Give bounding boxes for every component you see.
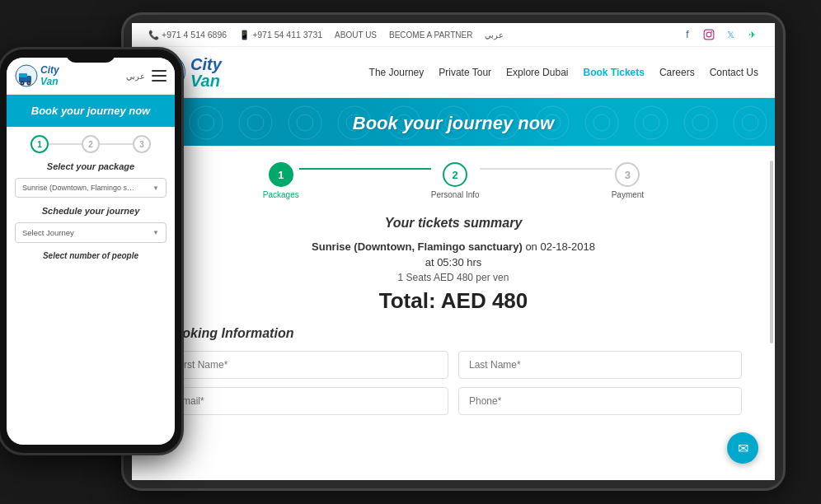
hero-banner: Book your journey now	[132, 98, 775, 146]
phone1-item: 📞 +971 4 514 6896	[148, 30, 227, 40]
mobile-arabic-link[interactable]: عربي	[126, 72, 145, 81]
mobile-logo-text: City Van	[40, 64, 59, 87]
mobile-hero: Book your journey now	[7, 95, 175, 127]
mobile-progress-steps: 1 2 3	[15, 135, 167, 153]
top-bar-contacts: 📞 +971 4 514 6896 📱 +971 54 411 3731 ABO…	[148, 30, 504, 40]
mobile-package-dropdown[interactable]: Sunrise (Downtown, Flamingo sanctuary) ▼	[15, 178, 167, 198]
mobile-nav-right: عربي	[126, 70, 167, 82]
mobile-step-3: 3	[133, 135, 151, 153]
hamburger-line-2	[152, 75, 167, 77]
svg-point-16	[28, 82, 30, 84]
mobile-card: 1 2 3 Select your package Sunrise (Downt…	[7, 127, 175, 268]
name-row	[165, 351, 742, 379]
progress-steps: 1 Packages 2 Personal Info 3 Payment	[165, 162, 742, 199]
email-input[interactable]	[165, 387, 448, 415]
mobile-screen: City Van عربي Book your journey now	[7, 58, 175, 445]
nav-the-journey[interactable]: The Journey	[369, 67, 425, 78]
mobile-package-selected: Sunrise (Downtown, Flamingo sanctuary)	[22, 184, 138, 192]
instagram-icon[interactable]	[702, 28, 715, 41]
tickets-summary-section: Your tickets summary Sunrise (Downtown, …	[165, 216, 742, 314]
package-dropdown-arrow: ▼	[152, 184, 159, 192]
phone-icon: 📞	[148, 30, 159, 40]
step-1-container: 1 Packages	[263, 162, 299, 199]
chat-bubble[interactable]: ✉	[727, 432, 758, 464]
step-2-container: 2 Personal Info	[431, 162, 480, 199]
booking-info-title: Booking Information	[165, 326, 742, 341]
main-content: 1 Packages 2 Personal Info 3 Payment	[132, 146, 775, 440]
phone2-item: 📱 +971 54 411 3731	[239, 30, 322, 40]
step-3-number: 3	[625, 169, 631, 181]
hamburger-line-1	[152, 70, 167, 72]
mobile-step-line-2	[100, 143, 133, 145]
tripadvisor-icon[interactable]: ✈	[745, 28, 758, 41]
phone-input[interactable]	[458, 387, 742, 415]
hamburger-line-3	[152, 80, 167, 82]
journey-date: on 02-18-2018	[525, 240, 595, 253]
nav-contact-us[interactable]: Contact Us	[710, 67, 758, 78]
mobile-step-1-number: 1	[37, 140, 42, 149]
partner-link[interactable]: BECOME A PARTNER	[389, 30, 472, 40]
mobile-step-2-number: 2	[88, 140, 93, 149]
step-1-label: Packages	[263, 190, 299, 199]
mobile-hero-title: Book your journey now	[15, 105, 167, 117]
step-3-container: 3 Payment	[612, 162, 644, 199]
step-connector-1-2	[299, 168, 431, 170]
mobile-people-title: Select number of people	[15, 251, 167, 260]
step-connector-2-3	[480, 168, 612, 170]
logo-text: City Van	[190, 56, 222, 89]
step-2-label: Personal Info	[431, 190, 480, 199]
mobile-logo-van: Van	[40, 76, 59, 87]
tablet-screen: 📞 +971 4 514 6896 📱 +971 54 411 3731 ABO…	[132, 23, 775, 480]
mobile-step-2: 2	[82, 135, 100, 153]
mobile-schedule-title: Schedule your journey	[15, 206, 167, 216]
mobile-notch	[66, 49, 115, 63]
tablet-top-bar: 📞 +971 4 514 6896 📱 +971 54 411 3731 ABO…	[132, 23, 775, 47]
mobile-step-1: 1	[30, 135, 49, 153]
hamburger-menu[interactable]	[152, 70, 167, 82]
journey-time: at 05:30 hrs	[165, 256, 742, 268]
total-price: Total: AED 480	[165, 288, 742, 314]
svg-rect-0	[704, 30, 714, 40]
mobile-step-3-number: 3	[139, 140, 144, 149]
svg-point-2	[711, 31, 712, 33]
step-3-label: Payment	[612, 190, 644, 199]
mobile-icon: 📱	[239, 30, 250, 40]
nav-book-tickets[interactable]: Book Tickets	[583, 67, 644, 78]
twitter-icon[interactable]: 𝕏	[724, 28, 737, 41]
summary-title: Your tickets summary	[165, 216, 742, 231]
about-us-link[interactable]: ABOUT US	[335, 30, 377, 40]
logo-city: City	[190, 56, 222, 72]
last-name-input[interactable]	[458, 351, 742, 379]
journey-name-date: Sunrise (Downtown, Flamingo sanctuary) o…	[165, 240, 742, 253]
first-name-input[interactable]	[165, 351, 448, 379]
mobile-logo: City Van	[15, 64, 59, 87]
svg-rect-12	[19, 73, 27, 77]
tablet-device: 📞 +971 4 514 6896 📱 +971 54 411 3731 ABO…	[124, 15, 783, 488]
step-2-circle: 2	[443, 162, 467, 187]
mobile-step-line-1	[49, 143, 82, 145]
journey-name: Sunrise (Downtown, Flamingo sanctuary)	[312, 240, 523, 253]
mobile-package-title: Select your package	[15, 161, 167, 171]
nav-links: The Journey Private Tour Explore Dubai B…	[369, 67, 758, 78]
step-1-circle: 1	[269, 162, 293, 187]
phone1-number: +971 4 514 6896	[162, 30, 227, 40]
select-journey-label: Select Journey	[22, 228, 74, 237]
scrollbar[interactable]	[770, 161, 773, 343]
mobile-device: City Van عربي Book your journey now	[0, 49, 181, 453]
hero-title: Book your journey now	[148, 113, 758, 134]
svg-point-15	[21, 82, 23, 84]
mobile-logo-city: City	[40, 64, 59, 76]
nav-explore-dubai[interactable]: Explore Dubai	[506, 67, 568, 78]
chat-icon: ✉	[738, 441, 748, 456]
nav-careers[interactable]: Careers	[659, 67, 695, 78]
step-1-number: 1	[278, 169, 284, 181]
social-icons: f 𝕏 ✈	[681, 28, 758, 41]
nav-private-tour[interactable]: Private Tour	[439, 67, 491, 78]
facebook-icon[interactable]: f	[681, 28, 694, 41]
seats-info: 1 Seats AED 480 per ven	[165, 272, 742, 283]
arabic-link[interactable]: عربي	[485, 30, 504, 40]
mobile-top-bar: City Van عربي	[7, 58, 175, 95]
booking-info-section: Booking Information	[165, 326, 742, 415]
svg-point-1	[706, 32, 711, 37]
mobile-journey-dropdown[interactable]: Select Journey ▼	[15, 222, 167, 243]
